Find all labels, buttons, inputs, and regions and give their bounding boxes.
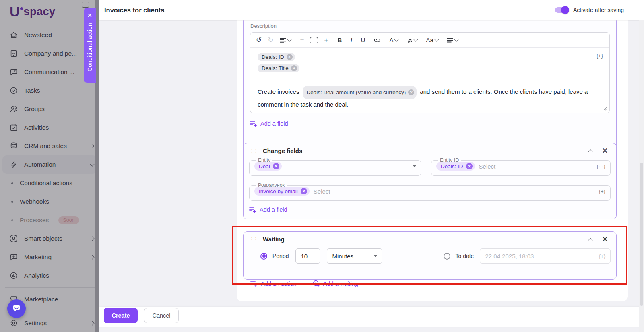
description-label: Description (250, 23, 610, 29)
remove-tag-icon[interactable]: ✕ (466, 163, 473, 169)
action-section-waiting: ⋮⋮ Waiting ✕ Period Minutes To date 2 (243, 231, 617, 280)
rich-text-editor[interactable]: ↺ ↻ − + B I U A (250, 32, 610, 113)
highlight-color-icon[interactable] (407, 37, 417, 43)
chevron-down-icon (394, 37, 399, 41)
entity-id-value-tag[interactable]: Deals: ID ✕ (436, 162, 475, 171)
insert-variable-icon[interactable]: {+} (599, 253, 605, 259)
add-action-icon (250, 280, 257, 287)
period-label: Period (272, 253, 289, 259)
underline-button[interactable]: U (361, 37, 365, 43)
remove-section-icon[interactable]: ✕ (602, 236, 608, 243)
chevron-down-icon (414, 37, 418, 41)
add-field-link[interactable]: Add a field (249, 206, 287, 213)
link-icon[interactable] (374, 37, 381, 43)
change-fields-title: Change fields (263, 147, 302, 154)
chevron-down-icon (434, 37, 439, 41)
chevron-down-icon (287, 37, 291, 41)
insert-variable-icon[interactable]: {+} (599, 188, 605, 194)
calculation-field[interactable]: Розрахунок Invoice by email ✕ Select {+} (249, 182, 611, 201)
chat-icon (11, 303, 22, 315)
drag-handle-icon[interactable]: ⋮⋮ (249, 237, 257, 242)
add-waiting-icon (313, 280, 320, 287)
modal-header: Invoices for clients Activate after savi… (99, 0, 644, 20)
resize-handle[interactable] (603, 105, 607, 112)
page-title: Invoices for clients (104, 6, 164, 14)
scrollbar-thumb[interactable] (640, 163, 643, 306)
variable-tag[interactable]: Deals: Title ✕ (258, 64, 299, 72)
text-color-button[interactable]: A (389, 37, 398, 43)
remove-tag-icon[interactable]: ✕ (408, 89, 414, 95)
entity-field[interactable]: Entity Deal ✕ (249, 157, 421, 176)
dropdown-caret-icon[interactable] (413, 165, 416, 167)
decrease-font-icon[interactable]: − (300, 37, 304, 43)
conditional-action-tab-label: Conditional action (87, 23, 93, 72)
activate-toggle[interactable] (555, 7, 568, 13)
collapse-section-icon[interactable] (588, 149, 592, 154)
editor-content[interactable]: {+} Deals: ID ✕ Deals: Title ✕ Create in… (250, 48, 609, 114)
remove-tag-icon[interactable]: ✕ (273, 163, 279, 169)
waiting-title: Waiting (263, 236, 285, 243)
close-icon[interactable]: × (88, 12, 92, 19)
app-root: U spacy Newsfeed Company and pe... Commu… (0, 0, 644, 332)
variable-tag[interactable]: Deals: Deal amount (Value and currency) … (303, 86, 417, 99)
insert-variable-icon[interactable]: {···} (597, 163, 605, 169)
font-family-button[interactable]: Aa (426, 37, 438, 43)
modal-footer: Create Cancel (99, 307, 644, 327)
add-waiting-link[interactable]: Add a waiting (313, 280, 358, 287)
calculation-value-tag[interactable]: Invoice by email ✕ (254, 187, 310, 196)
conditional-action-tab[interactable]: × Conditional action (84, 8, 96, 83)
font-size-box[interactable] (310, 37, 318, 43)
chevron-down-icon (454, 37, 458, 41)
remove-tag-icon[interactable]: ✕ (301, 188, 307, 194)
create-button[interactable]: Create (104, 308, 138, 323)
action-section-description: Description ↺ ↻ − + B I U (243, 17, 617, 154)
to-date-label: To date (455, 253, 474, 259)
line-spacing-icon[interactable] (280, 37, 291, 43)
to-date-radio[interactable] (444, 253, 450, 260)
add-field-icon (249, 207, 256, 213)
remove-section-icon[interactable]: ✕ (602, 148, 608, 154)
select-placeholder: Select (479, 163, 496, 170)
period-radio[interactable] (260, 253, 267, 260)
remove-tag-icon[interactable]: ✕ (287, 54, 293, 60)
variable-tag[interactable]: Deals: ID ✕ (258, 53, 295, 61)
action-section-change-fields: ⋮⋮ Change fields ✕ Entity Deal ✕ (243, 143, 617, 219)
date-placeholder: 22.04.2025, 18:03 (485, 253, 599, 260)
drag-handle-icon[interactable]: ⋮⋮ (249, 148, 257, 153)
toggle-knob (561, 6, 569, 14)
scrollbar-track[interactable] (639, 20, 644, 332)
bold-button[interactable]: B (337, 37, 342, 43)
add-field-link[interactable]: Add a field (250, 120, 288, 127)
undo-icon[interactable]: ↺ (256, 37, 262, 43)
chat-widget-button[interactable] (7, 299, 26, 318)
italic-button[interactable]: I (350, 37, 352, 44)
builder-links: Add an action Add a waiting (250, 280, 358, 287)
activate-toggle-label: Activate after saving (573, 7, 624, 13)
remove-tag-icon[interactable]: ✕ (291, 65, 297, 71)
redo-icon[interactable]: ↻ (268, 37, 273, 43)
description-paragraph: Create invoices Deals: Deal amount (Valu… (258, 86, 596, 110)
entity-value-tag[interactable]: Deal ✕ (254, 162, 282, 171)
period-unit-select[interactable]: Minutes (327, 248, 382, 264)
cancel-button[interactable]: Cancel (144, 308, 179, 323)
select-placeholder: Select (314, 188, 330, 195)
to-date-input[interactable]: 22.04.2025, 18:03 {+} (480, 248, 611, 264)
align-icon[interactable] (447, 38, 458, 43)
collapse-section-icon[interactable] (588, 238, 592, 242)
entity-id-field[interactable]: Entity ID Deals: ID ✕ Select {···} (431, 157, 611, 176)
period-value-input[interactable] (295, 248, 320, 264)
insert-variable-icon[interactable]: {+} (597, 53, 603, 59)
add-field-icon (250, 121, 257, 127)
increase-font-icon[interactable]: + (324, 37, 328, 43)
add-action-link[interactable]: Add an action (250, 280, 297, 287)
form-scroll-area: Description ↺ ↻ − + B I U (237, 20, 628, 301)
editor-toolbar: ↺ ↻ − + B I U A (250, 33, 609, 48)
dropdown-caret-icon (374, 255, 377, 257)
